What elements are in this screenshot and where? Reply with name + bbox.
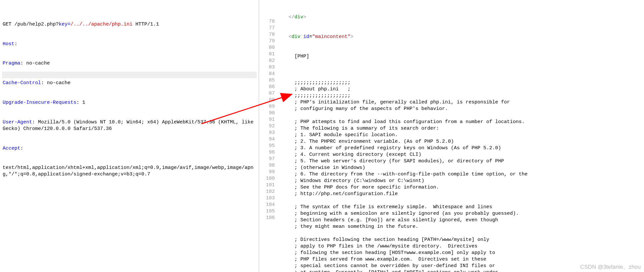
line-number: 104 — [259, 202, 275, 208]
line-number: 98 — [259, 162, 275, 169]
request-pane[interactable]: GET /pub/help2.php?key=/../../apache/php… — [0, 0, 259, 272]
cache-control-header: Cache-Control: no-cache — [3, 80, 256, 86]
accept-header: Accept: — [3, 145, 256, 152]
code-area[interactable]: </div> <div id="maincontent"> [PHP] ;;;;… — [277, 0, 644, 272]
line-number: 97 — [259, 156, 275, 162]
upgrade-header: Upgrade-Insecure-Requests: 1 — [3, 100, 256, 106]
code-line: ; 6. The directory from the --with-confi… — [277, 171, 644, 178]
code-line: ; 1. SAPI module specific location. — [277, 132, 644, 138]
accept-value: text/html,application/xhtml+xml,applicat… — [3, 165, 256, 178]
line-number: 100 — [259, 175, 275, 182]
line-number: 99 — [259, 169, 275, 175]
line-number: 92 — [259, 123, 275, 130]
code-line: ; Windows directory (C:\windows or C:\wi… — [277, 178, 644, 184]
code-line: ; http://php.net/configuration.file — [277, 191, 644, 197]
code-line: ; at runtime. Currently, [PATH=] and [HO… — [277, 269, 644, 272]
line-number: 88 — [259, 97, 275, 103]
html-open-div: <div id="maincontent"> — [277, 34, 644, 40]
code-line: ; apply to PHP files in the /www/mysite … — [277, 243, 644, 250]
line-number: 106 — [259, 215, 275, 221]
host-header: Host: — [3, 41, 256, 47]
line-number: 76 — [259, 18, 275, 25]
code-line — [277, 73, 644, 80]
code-line: ; 4. Current working directory (except C… — [277, 152, 644, 158]
code-line: ; beginning with a semicolon are silentl… — [277, 210, 644, 217]
code-line: ; Section headers (e.g. [Foo]) are also … — [277, 217, 644, 224]
code-line: ; The syntax of the file is extremely si… — [277, 204, 644, 210]
line-number: 86 — [259, 84, 275, 90]
php-marker: [PHP] — [277, 53, 644, 60]
code-line: ; Directives following the section headi… — [277, 237, 644, 243]
code-line: ;;;;;;;;;;;;;;;;;;; — [277, 93, 644, 99]
line-number: 101 — [259, 182, 275, 189]
ua-header: User-Agent: Mozilla/5.0 (Windows NT 10.0… — [3, 119, 256, 132]
line-number: 81 — [259, 51, 275, 58]
code-line: ; configuring many of the aspects of PHP… — [277, 106, 644, 112]
line-number: 95 — [259, 143, 275, 149]
code-line: ; special sections cannot be overridden … — [277, 263, 644, 269]
code-line: ; following the section heading [HOST=ww… — [277, 250, 644, 256]
code-line: ; About php.ini ; — [277, 86, 644, 93]
request-line: GET /pub/help2.php?key=/../../apache/php… — [3, 21, 256, 28]
code-line: ; they might mean something in the futur… — [277, 224, 644, 230]
line-number: 93 — [259, 130, 275, 136]
code-line: ; 3. A number of predefined registry key… — [277, 145, 644, 152]
code-line: ; The following is a summary of its sear… — [277, 125, 644, 132]
line-number: 105 — [259, 208, 275, 215]
code-line: ; PHP's initialization file, generally c… — [277, 99, 644, 106]
line-number: 102 — [259, 189, 275, 195]
code-line: ; 2. The PHPRC environment variable. (As… — [277, 138, 644, 145]
code-line: ; (otherwise in Windows) — [277, 165, 644, 171]
line-number: 80 — [259, 45, 275, 51]
line-number: 83 — [259, 64, 275, 71]
line-number: 79 — [259, 38, 275, 45]
line-gutter: 7677787980818283848586878889909192939495… — [259, 0, 277, 272]
line-number: 103 — [259, 195, 275, 202]
code-line: ; See the PHP docs for more specific inf… — [277, 184, 644, 191]
line-number: 89 — [259, 103, 275, 110]
html-close-div: </div> — [277, 14, 644, 21]
code-line — [277, 197, 644, 204]
line-number: 91 — [259, 117, 275, 123]
line-number: 94 — [259, 136, 275, 143]
line-number: 84 — [259, 71, 275, 77]
line-number: 90 — [259, 110, 275, 117]
code-line — [277, 230, 644, 237]
code-line: ;;;;;;;;;;;;;;;;;;; — [277, 80, 644, 86]
line-number: 82 — [259, 58, 275, 64]
split-view: GET /pub/help2.php?key=/../../apache/php… — [0, 0, 644, 272]
line-number: 87 — [259, 90, 275, 97]
code-line: ; PHP attempts to find and load this con… — [277, 119, 644, 125]
code-line — [277, 112, 644, 119]
line-number: 85 — [259, 77, 275, 84]
line-number: 78 — [259, 31, 275, 38]
pragma-header: Pragma: no-cache — [3, 60, 256, 67]
code-line: ; 5. The web server's directory (for SAP… — [277, 158, 644, 165]
line-number: 96 — [259, 149, 275, 156]
line-number: 77 — [259, 25, 275, 31]
response-pane[interactable]: 7677787980818283848586878889909192939495… — [259, 0, 644, 272]
cursor-line-highlight — [2, 72, 257, 78]
code-line: ; PHP files served from www.example.com.… — [277, 256, 644, 263]
